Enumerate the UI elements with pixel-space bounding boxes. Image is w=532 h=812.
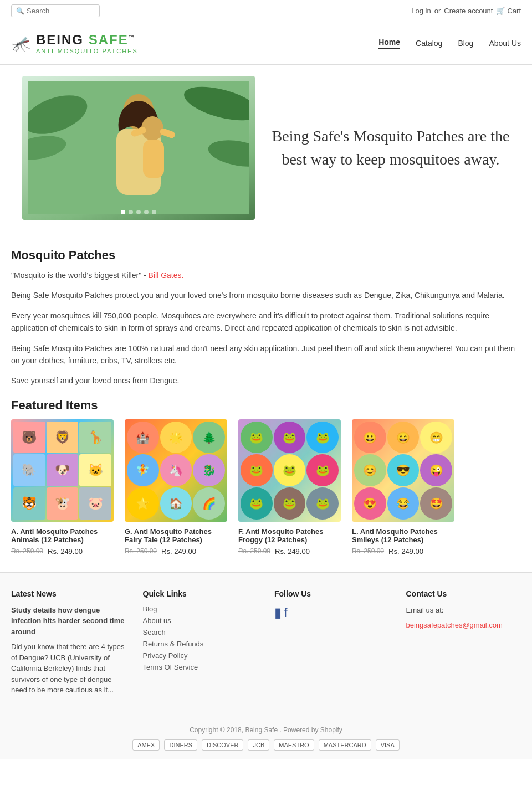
patch-cell: 🐸 [306, 487, 339, 520]
payment-visa: VISA [376, 739, 400, 751]
patch-cell: 😍 [354, 487, 386, 520]
payment-icons: AMEX DINERS DISCOVER JCB MAESTRO MASTERC… [22, 739, 510, 751]
product-name-smiley: L. Anti Mosquito Patches Smileys (12 Pat… [352, 527, 454, 544]
patch-cell: 😊 [354, 454, 386, 486]
price-old-fairytale: Rs. 250.00 [125, 547, 157, 555]
patch-cell: 🐻 [13, 422, 45, 454]
content-area: Being Safe's Mosquito Patches are the be… [0, 65, 532, 556]
hero-dot-4[interactable] [144, 210, 149, 214]
logo-container: BEING SAFE™ Anti-Mosquito Patches [36, 32, 138, 54]
hero-image[interactable] [22, 76, 255, 220]
nav-about-us[interactable]: About Us [489, 39, 521, 48]
featured-grid: 🐻 🦁 🦒 🐘 🐶 🐱 🐯 🐮 🐷 A. Anti Mosquito Patch… [11, 419, 521, 556]
or-label: or [434, 7, 441, 15]
footer-follow-title: Follow Us [274, 589, 390, 598]
footer-contact-email[interactable]: beingsafepatches@gmail.com [406, 620, 521, 631]
patch-cell: 🌟 [160, 422, 192, 454]
product-card-fairytale[interactable]: 🏰 🌟 🌲 🧚 🦄 🐉 ⭐ 🏠 🌈 G. Anti Mosquito Patch… [125, 419, 227, 556]
price-new-smiley: Rs. 249.00 [388, 547, 423, 556]
mosquito-para2: Every year mosquitoes kill 750,000 peopl… [11, 310, 521, 335]
patch-cell: 🐸 [274, 422, 306, 454]
featured-title: Featured Items [11, 398, 521, 413]
auth-links: Log in or Create account 🛒 Cart [411, 7, 521, 15]
footer-link-privacy[interactable]: Privacy Policy [143, 651, 258, 660]
search-wrap[interactable]: 🔍 [11, 4, 100, 17]
patch-cell: 😄 [387, 422, 420, 454]
mosquito-para3: Being Safe Mosquito Patches are 100% nat… [11, 342, 521, 367]
search-icon: 🔍 [16, 7, 24, 15]
footer-link-terms[interactable]: Terms Of Service [143, 663, 258, 671]
footer-follow-us: Follow Us ▮ f [274, 589, 390, 700]
footer-contact-label: Email us at: [406, 605, 521, 616]
patch-cell: 🦁 [47, 422, 79, 454]
footer-link-blog[interactable]: Blog [143, 605, 258, 613]
footer-quicklinks-title: Quick Links [143, 589, 258, 598]
price-new-froggy: Rs. 249.00 [275, 547, 310, 556]
payment-diners: DINERS [164, 739, 197, 751]
mosquito-section-title: Mosquito Patches [11, 248, 521, 263]
footer-bottom: Copyright © 2018, Being Safe . Powered b… [11, 717, 521, 759]
hero-svg [28, 81, 249, 214]
search-input[interactable] [27, 7, 99, 15]
cart-link[interactable]: 🛒 Cart [496, 7, 521, 15]
patch-cell: 🤩 [420, 487, 452, 520]
footer-link-search[interactable]: Search [143, 628, 258, 636]
create-account-link[interactable]: Create account [444, 7, 493, 15]
patch-cell: 🐷 [79, 487, 111, 520]
price-new-fairytale: Rs. 249.00 [161, 547, 196, 556]
bill-gates-link[interactable]: Bill Gates. [149, 271, 184, 280]
patch-cell: 🐉 [193, 454, 225, 486]
logo-brand: BEING SAFE™ [36, 32, 138, 48]
product-image-smiley: 😀 😄 😁 😊 😎 😜 😍 😂 🤩 [352, 419, 454, 522]
login-link[interactable]: Log in [411, 7, 431, 15]
product-name-fairytale: G. Anti Mosquito Patches Fairy Tale (12 … [125, 527, 227, 544]
payment-amex: AMEX [132, 739, 160, 751]
price-wrap-animals: Rs. 250.00 Rs. 249.00 [11, 547, 114, 556]
product-card-animals[interactable]: 🐻 🦁 🦒 🐘 🐶 🐱 🐯 🐮 🐷 A. Anti Mosquito Patch… [11, 419, 114, 556]
price-wrap-froggy: Rs. 250.00 Rs. 249.00 [238, 547, 341, 556]
patch-cell: 🐘 [13, 454, 45, 486]
nav-home[interactable]: Home [378, 38, 400, 49]
hero-dot-5[interactable] [152, 210, 156, 214]
patch-cell: 🐱 [79, 454, 111, 486]
product-card-smiley[interactable]: 😀 😄 😁 😊 😎 😜 😍 😂 🤩 L. Anti Mosquito Patch… [352, 419, 454, 556]
footer-link-about[interactable]: About us [143, 616, 258, 625]
hero-dot-1[interactable] [121, 210, 125, 214]
mosquito-para4: Save yourself and your loved ones from D… [11, 374, 521, 387]
hero-placeholder [22, 76, 255, 220]
logo-brand-text: BEING SAFE™ [36, 32, 135, 48]
logo-icon: 🦟 [11, 34, 30, 53]
nav-catalog[interactable]: Catalog [416, 39, 442, 48]
main-header: 🦟 BEING SAFE™ Anti-Mosquito Patches Home… [0, 22, 532, 65]
hero-section: Being Safe's Mosquito Patches are the be… [11, 65, 521, 231]
facebook-link[interactable]: f [284, 605, 288, 620]
footer-news-title: Latest News [11, 589, 126, 598]
footer-quick-links: Quick Links Blog About us Search Returns… [143, 589, 258, 700]
patch-cell: 🐸 [241, 422, 273, 454]
footer-columns: Latest News Study details how dengue inf… [11, 589, 521, 717]
patch-cell: 🐸 [241, 454, 273, 486]
patch-cell: 😀 [354, 422, 386, 454]
price-wrap-smiley: Rs. 250.00 Rs. 249.00 [352, 547, 454, 556]
facebook-icon[interactable]: ▮ [274, 605, 282, 620]
nav-blog[interactable]: Blog [458, 39, 473, 48]
patch-cell: 🦒 [79, 422, 111, 454]
footer-news-article1: Study details how dengue infection hits … [11, 605, 126, 638]
main-nav: Home Catalog Blog About Us [378, 38, 521, 49]
footer-latest-news: Latest News Study details how dengue inf… [11, 589, 126, 700]
mosquito-para1: Being Safe Mosquito Patches protect you … [11, 289, 521, 301]
patch-cell: 🐸 [274, 454, 306, 486]
logo-safe: SAFE [89, 32, 129, 47]
patch-cell: 🐸 [306, 422, 339, 454]
product-name-froggy: F. Anti Mosquito Patches Froggy (12 Patc… [238, 527, 341, 544]
patch-cell: 😎 [387, 454, 420, 486]
logo-area: 🦟 BEING SAFE™ Anti-Mosquito Patches [11, 32, 138, 54]
logo-being: BEING [36, 32, 84, 47]
cart-icon: 🛒 [496, 7, 505, 15]
hero-dot-2[interactable] [129, 210, 133, 214]
patch-cell: 🐯 [13, 487, 45, 520]
footer-link-returns[interactable]: Returns & Refunds [143, 640, 258, 648]
hero-dot-3[interactable] [136, 210, 141, 214]
payment-maestro: MAESTRO [274, 739, 314, 751]
product-card-froggy[interactable]: 🐸 🐸 🐸 🐸 🐸 🐸 🐸 🐸 🐸 F. Anti Mosquito Patch… [238, 419, 341, 556]
